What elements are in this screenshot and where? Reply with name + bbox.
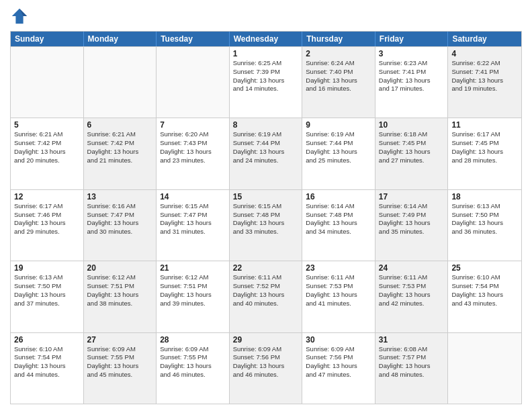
- day-number: 12: [14, 192, 80, 201]
- day-number: 11: [451, 120, 518, 130]
- weekday-header: Tuesday: [157, 32, 230, 46]
- calendar-cell: 26Sunrise: 6:10 AM Sunset: 7:54 PM Dayli…: [11, 333, 84, 404]
- calendar-cell: 23Sunrise: 6:11 AM Sunset: 7:53 PM Dayli…: [302, 261, 375, 332]
- day-number: 30: [306, 335, 371, 345]
- cell-info: Sunrise: 6:21 AM Sunset: 7:42 PM Dayligh…: [87, 130, 153, 165]
- day-number: 14: [160, 192, 226, 201]
- calendar-cell: 28Sunrise: 6:09 AM Sunset: 7:55 PM Dayli…: [157, 333, 230, 404]
- cell-info: Sunrise: 6:16 AM Sunset: 7:47 PM Dayligh…: [87, 202, 153, 236]
- calendar-row: 19Sunrise: 6:13 AM Sunset: 7:50 PM Dayli…: [11, 261, 521, 332]
- calendar-cell: 25Sunrise: 6:10 AM Sunset: 7:54 PM Dayli…: [448, 261, 521, 332]
- cell-info: Sunrise: 6:14 AM Sunset: 7:49 PM Dayligh…: [379, 202, 445, 236]
- calendar-cell: 19Sunrise: 6:13 AM Sunset: 7:50 PM Dayli…: [11, 261, 84, 332]
- day-number: 8: [233, 120, 299, 130]
- cell-info: Sunrise: 6:11 AM Sunset: 7:52 PM Dayligh…: [233, 273, 299, 308]
- weekday-header: Saturday: [448, 32, 521, 46]
- cell-info: Sunrise: 6:09 AM Sunset: 7:55 PM Dayligh…: [87, 345, 153, 379]
- day-number: 31: [379, 335, 445, 345]
- calendar-cell: [84, 47, 157, 118]
- calendar-cell: 4Sunrise: 6:22 AM Sunset: 7:41 PM Daylig…: [448, 47, 521, 118]
- day-number: 20: [87, 263, 153, 273]
- calendar-cell: 29Sunrise: 6:09 AM Sunset: 7:56 PM Dayli…: [230, 333, 303, 404]
- calendar-header: SundayMondayTuesdayWednesdayThursdayFrid…: [11, 32, 521, 46]
- cell-info: Sunrise: 6:08 AM Sunset: 7:57 PM Dayligh…: [379, 345, 445, 379]
- weekday-header: Wednesday: [230, 32, 303, 46]
- calendar-cell: 27Sunrise: 6:09 AM Sunset: 7:55 PM Dayli…: [84, 333, 157, 404]
- cell-info: Sunrise: 6:14 AM Sunset: 7:48 PM Dayligh…: [306, 202, 371, 236]
- logo: [10, 7, 32, 26]
- cell-info: Sunrise: 6:19 AM Sunset: 7:44 PM Dayligh…: [306, 130, 371, 165]
- cell-info: Sunrise: 6:17 AM Sunset: 7:45 PM Dayligh…: [451, 130, 518, 165]
- calendar-cell: 14Sunrise: 6:15 AM Sunset: 7:47 PM Dayli…: [157, 190, 230, 261]
- calendar-row: 5Sunrise: 6:21 AM Sunset: 7:42 PM Daylig…: [11, 118, 521, 189]
- cell-info: Sunrise: 6:09 AM Sunset: 7:56 PM Dayligh…: [233, 345, 299, 379]
- calendar-cell: 2Sunrise: 6:24 AM Sunset: 7:40 PM Daylig…: [302, 47, 375, 118]
- day-number: 27: [87, 335, 153, 345]
- calendar-cell: 24Sunrise: 6:11 AM Sunset: 7:53 PM Dayli…: [375, 261, 449, 332]
- cell-info: Sunrise: 6:19 AM Sunset: 7:44 PM Dayligh…: [233, 130, 299, 165]
- weekday-header: Friday: [375, 32, 449, 46]
- day-number: 21: [160, 263, 226, 273]
- calendar-cell: [11, 47, 84, 118]
- calendar-cell: 6Sunrise: 6:21 AM Sunset: 7:42 PM Daylig…: [84, 118, 157, 189]
- calendar-cell: 3Sunrise: 6:23 AM Sunset: 7:41 PM Daylig…: [375, 47, 449, 118]
- day-number: 15: [233, 192, 299, 201]
- day-number: 2: [306, 49, 371, 58]
- calendar-cell: 8Sunrise: 6:19 AM Sunset: 7:44 PM Daylig…: [230, 118, 303, 189]
- day-number: 22: [233, 263, 299, 273]
- cell-info: Sunrise: 6:24 AM Sunset: 7:40 PM Dayligh…: [306, 59, 371, 93]
- cell-info: Sunrise: 6:13 AM Sunset: 7:50 PM Dayligh…: [451, 202, 518, 236]
- calendar-cell: 18Sunrise: 6:13 AM Sunset: 7:50 PM Dayli…: [448, 190, 521, 261]
- calendar-cell: 15Sunrise: 6:15 AM Sunset: 7:48 PM Dayli…: [230, 190, 303, 261]
- calendar-cell: 12Sunrise: 6:17 AM Sunset: 7:46 PM Dayli…: [11, 190, 84, 261]
- day-number: 3: [379, 49, 445, 58]
- cell-info: Sunrise: 6:22 AM Sunset: 7:41 PM Dayligh…: [451, 59, 518, 93]
- calendar-cell: 10Sunrise: 6:18 AM Sunset: 7:45 PM Dayli…: [375, 118, 449, 189]
- cell-info: Sunrise: 6:23 AM Sunset: 7:41 PM Dayligh…: [379, 59, 445, 93]
- day-number: 23: [306, 263, 371, 273]
- cell-info: Sunrise: 6:21 AM Sunset: 7:42 PM Dayligh…: [14, 130, 80, 165]
- cell-info: Sunrise: 6:15 AM Sunset: 7:47 PM Dayligh…: [160, 202, 226, 236]
- cell-info: Sunrise: 6:09 AM Sunset: 7:55 PM Dayligh…: [160, 345, 226, 379]
- day-number: 29: [233, 335, 299, 345]
- day-number: 16: [306, 192, 371, 201]
- cell-info: Sunrise: 6:18 AM Sunset: 7:45 PM Dayligh…: [379, 130, 445, 165]
- logo-icon: [10, 7, 29, 26]
- calendar-cell: 22Sunrise: 6:11 AM Sunset: 7:52 PM Dayli…: [230, 261, 303, 332]
- weekday-header: Sunday: [11, 32, 84, 46]
- cell-info: Sunrise: 6:20 AM Sunset: 7:43 PM Dayligh…: [160, 130, 226, 165]
- day-number: 9: [306, 120, 371, 130]
- weekday-header: Monday: [84, 32, 157, 46]
- calendar: SundayMondayTuesdayWednesdayThursdayFrid…: [10, 31, 522, 404]
- calendar-cell: 21Sunrise: 6:12 AM Sunset: 7:51 PM Dayli…: [157, 261, 230, 332]
- calendar-cell: 1Sunrise: 6:25 AM Sunset: 7:39 PM Daylig…: [230, 47, 303, 118]
- calendar-cell: 17Sunrise: 6:14 AM Sunset: 7:49 PM Dayli…: [375, 190, 449, 261]
- day-number: 5: [14, 120, 80, 130]
- calendar-cell: 30Sunrise: 6:09 AM Sunset: 7:56 PM Dayli…: [302, 333, 375, 404]
- calendar-cell: 7Sunrise: 6:20 AM Sunset: 7:43 PM Daylig…: [157, 118, 230, 189]
- cell-info: Sunrise: 6:15 AM Sunset: 7:48 PM Dayligh…: [233, 202, 299, 236]
- cell-info: Sunrise: 6:12 AM Sunset: 7:51 PM Dayligh…: [87, 273, 153, 308]
- weekday-header: Thursday: [302, 32, 375, 46]
- cell-info: Sunrise: 6:12 AM Sunset: 7:51 PM Dayligh…: [160, 273, 226, 308]
- day-number: 1: [233, 49, 299, 58]
- calendar-cell: [157, 47, 230, 118]
- cell-info: Sunrise: 6:11 AM Sunset: 7:53 PM Dayligh…: [379, 273, 445, 308]
- cell-info: Sunrise: 6:10 AM Sunset: 7:54 PM Dayligh…: [451, 273, 518, 308]
- day-number: 24: [379, 263, 445, 273]
- day-number: 19: [14, 263, 80, 273]
- calendar-cell: 11Sunrise: 6:17 AM Sunset: 7:45 PM Dayli…: [448, 118, 521, 189]
- header: [10, 7, 522, 26]
- day-number: 4: [451, 49, 518, 58]
- cell-info: Sunrise: 6:11 AM Sunset: 7:53 PM Dayligh…: [306, 273, 371, 308]
- day-number: 28: [160, 335, 226, 345]
- day-number: 26: [14, 335, 80, 345]
- calendar-cell: 13Sunrise: 6:16 AM Sunset: 7:47 PM Dayli…: [84, 190, 157, 261]
- calendar-cell: 20Sunrise: 6:12 AM Sunset: 7:51 PM Dayli…: [84, 261, 157, 332]
- day-number: 7: [160, 120, 226, 130]
- day-number: 13: [87, 192, 153, 201]
- cell-info: Sunrise: 6:17 AM Sunset: 7:46 PM Dayligh…: [14, 202, 80, 236]
- calendar-row: 12Sunrise: 6:17 AM Sunset: 7:46 PM Dayli…: [11, 189, 521, 261]
- day-number: 25: [451, 263, 518, 273]
- cell-info: Sunrise: 6:10 AM Sunset: 7:54 PM Dayligh…: [14, 345, 80, 379]
